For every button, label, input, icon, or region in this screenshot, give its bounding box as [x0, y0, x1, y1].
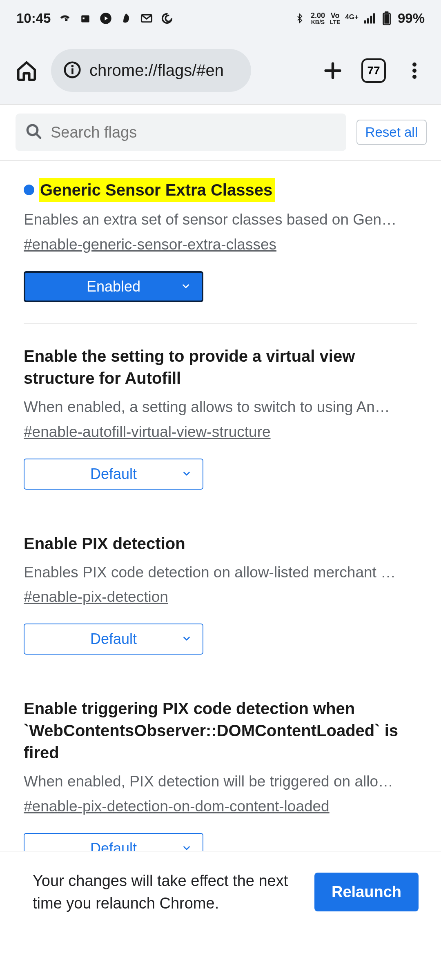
flag-title-row: Generic Sensor Extra Classes: [24, 178, 417, 202]
relaunch-text: Your changes will take effect the next t…: [33, 870, 298, 915]
flag-value-label: Default: [90, 630, 137, 648]
chevron-down-icon: [180, 278, 191, 295]
svg-point-15: [412, 69, 416, 73]
flag-item: Enable the setting to provide a virtual …: [24, 324, 417, 511]
home-button[interactable]: [10, 54, 43, 87]
flag-value-select[interactable]: Default: [24, 459, 203, 490]
flag-description: When enabled, PIX detection will be trig…: [24, 771, 417, 792]
net-gen: 4G+: [345, 13, 359, 21]
reset-all-button[interactable]: Reset all: [356, 120, 427, 145]
svg-rect-7: [373, 13, 375, 24]
search-box[interactable]: [16, 114, 346, 151]
url-text: chrome://flags/#en: [89, 61, 224, 80]
tab-switcher-button[interactable]: 77: [357, 54, 390, 87]
flag-value-select[interactable]: Default: [24, 624, 203, 655]
status-bar: 10:45 2.00 KB/S Vo LTE 4G+: [0, 0, 441, 37]
gmail-icon: [140, 12, 153, 24]
overflow-menu-button[interactable]: [398, 54, 431, 87]
relaunch-bar: Your changes will take effect the next t…: [0, 851, 441, 980]
status-right: 2.00 KB/S Vo LTE 4G+ 99%: [294, 11, 425, 26]
flag-item: Enable PIX detectionEnables PIX code det…: [24, 511, 417, 677]
flag-title-row: Enable PIX detection: [24, 532, 417, 555]
flag-title-row: Enable the setting to provide a virtual …: [24, 345, 417, 389]
battery-icon: [381, 12, 393, 24]
flag-anchor-link[interactable]: #enable-pix-detection-on-dom-content-loa…: [24, 798, 330, 815]
flag-value-label: Default: [90, 466, 137, 483]
flag-title-row: Enable triggering PIX code detection whe…: [24, 697, 417, 764]
play-circle-icon: [100, 12, 112, 24]
flag-anchor-link[interactable]: #enable-autofill-virtual-view-structure: [24, 423, 271, 441]
flag-value-select[interactable]: Enabled: [24, 271, 203, 302]
swirl-icon: [161, 12, 173, 24]
search-icon: [25, 123, 42, 142]
flag-anchor-link[interactable]: #enable-pix-detection: [24, 588, 168, 606]
chevron-down-icon: [181, 630, 192, 648]
status-left: 10:45: [16, 11, 173, 26]
signal-icon: [363, 12, 376, 24]
bluetooth-icon: [294, 12, 306, 24]
svg-rect-0: [82, 15, 90, 22]
search-input[interactable]: [51, 124, 336, 141]
flags-list: Generic Sensor Extra ClassesEnables an e…: [0, 161, 441, 886]
flag-title: Generic Sensor Extra Classes: [39, 178, 275, 202]
flag-description: Enables an extra set of sensor classes b…: [24, 209, 417, 230]
search-row: Reset all: [0, 105, 441, 161]
svg-point-13: [71, 65, 74, 67]
site-info-icon[interactable]: [63, 61, 81, 80]
leaf-icon: [120, 12, 132, 24]
svg-point-16: [412, 75, 416, 79]
calendar-icon: [79, 12, 91, 24]
data-speed: 2.00 KB/S: [311, 12, 325, 25]
svg-rect-9: [384, 14, 389, 24]
svg-rect-12: [71, 68, 74, 74]
svg-rect-5: [367, 18, 369, 24]
flags-page: Reset all Generic Sensor Extra ClassesEn…: [0, 104, 441, 886]
flag-title: Enable PIX detection: [24, 532, 185, 555]
svg-point-14: [412, 62, 416, 67]
clock: 10:45: [16, 11, 51, 26]
flag-anchor-link[interactable]: #enable-generic-sensor-extra-classes: [24, 236, 276, 253]
flag-description: When enabled, a setting allows to switch…: [24, 396, 417, 418]
svg-rect-10: [385, 11, 389, 13]
modified-dot-icon: [24, 185, 34, 195]
tab-count: 77: [367, 64, 380, 77]
battery-percent: 99%: [398, 11, 425, 26]
relaunch-button[interactable]: Relaunch: [314, 873, 419, 911]
flag-value-label: Enabled: [87, 278, 140, 295]
missed-call-icon: [59, 12, 71, 24]
new-tab-button[interactable]: [316, 54, 349, 87]
svg-rect-6: [370, 16, 372, 24]
flag-title: Enable triggering PIX code detection whe…: [24, 697, 417, 764]
chevron-down-icon: [181, 466, 192, 483]
browser-toolbar: chrome://flags/#en 77: [0, 37, 441, 104]
flag-item: Generic Sensor Extra ClassesEnables an e…: [24, 161, 417, 324]
svg-rect-4: [364, 20, 366, 24]
flag-description: Enables PIX code detection on allow-list…: [24, 562, 417, 583]
svg-rect-1: [83, 18, 85, 19]
address-bar[interactable]: chrome://flags/#en: [51, 49, 251, 92]
flag-title: Enable the setting to provide a virtual …: [24, 345, 417, 389]
volte-indicator: Vo LTE: [330, 12, 340, 25]
